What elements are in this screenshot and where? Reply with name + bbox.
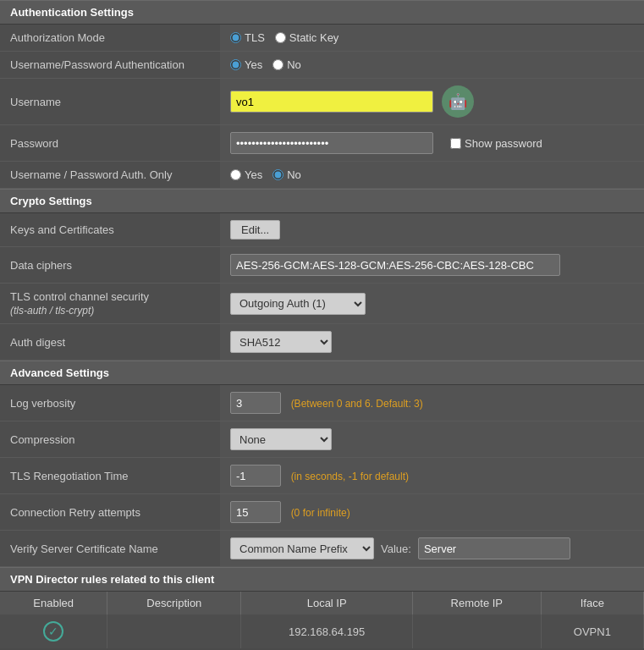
- static-key-radio-item[interactable]: Static Key: [275, 31, 339, 44]
- data-ciphers-input[interactable]: [230, 254, 560, 276]
- tls-reneg-label: TLS Renegotiation Time: [0, 458, 220, 494]
- vpn-director-section: VPN Director rules related to this clien…: [0, 567, 644, 648]
- up-auth-only-label: Username / Password Auth. Only: [0, 162, 220, 189]
- up-auth-no-radio[interactable]: [272, 59, 283, 70]
- retry-attempts-input[interactable]: [230, 501, 281, 523]
- vpn-remote-ip-cell: [412, 614, 541, 648]
- vpn-col-remote-ip: Remote IP: [412, 592, 541, 614]
- tls-control-sub-label: (tls-auth / tls-crypt): [10, 305, 210, 317]
- show-password-checkbox[interactable]: [450, 138, 461, 149]
- log-verbosity-row: Log verbosity (Between 0 and 6. Default:…: [0, 385, 644, 421]
- up-only-yes-label: Yes: [245, 168, 262, 181]
- retry-attempts-hint: (0 for infinite): [291, 507, 350, 519]
- static-key-radio[interactable]: [275, 32, 286, 43]
- data-ciphers-cell: [220, 247, 644, 284]
- up-only-no-radio[interactable]: [272, 169, 283, 180]
- vpn-description-cell: [107, 614, 241, 648]
- robot-icon: 🤖: [442, 85, 474, 118]
- advanced-header: Advanced Settings: [0, 361, 644, 385]
- up-only-yes-item[interactable]: Yes: [230, 168, 262, 181]
- vpn-table-header-row: Enabled Description Local IP Remote IP I…: [0, 592, 644, 614]
- up-only-no-item[interactable]: No: [272, 168, 301, 181]
- authentication-section: Authentication Settings Authorization Mo…: [0, 0, 644, 189]
- up-auth-only-radio-group: Yes No: [230, 168, 634, 181]
- authentication-header: Authentication Settings: [0, 0, 644, 25]
- username-password-auth-value: Yes No: [220, 52, 644, 79]
- log-verbosity-label: Log verbosity: [0, 385, 220, 421]
- up-only-yes-radio[interactable]: [230, 169, 241, 180]
- auth-digest-select[interactable]: SHA512 SHA256 SHA1 MD5: [230, 331, 332, 353]
- username-input[interactable]: [230, 91, 433, 113]
- up-auth-no-item[interactable]: No: [272, 58, 301, 71]
- username-label: Username: [0, 79, 220, 125]
- auth-digest-label: Auth digest: [0, 324, 220, 361]
- auth-digest-row: Auth digest SHA512 SHA256 SHA1 MD5: [0, 324, 644, 361]
- edit-keys-button[interactable]: Edit...: [230, 220, 280, 240]
- data-ciphers-label: Data ciphers: [0, 247, 220, 284]
- password-cell: Show password: [220, 125, 644, 162]
- authorization-mode-row: Authorization Mode TLS Static Key: [0, 25, 644, 52]
- verify-value-input[interactable]: [418, 537, 570, 559]
- tls-control-row: TLS control channel security (tls-auth /…: [0, 284, 644, 324]
- compression-select[interactable]: None LZO LZ4: [230, 428, 332, 450]
- crypto-header: Crypto Settings: [0, 189, 644, 213]
- tls-reneg-hint: (in seconds, -1 for default): [291, 471, 409, 482]
- crypto-title: Crypto Settings: [10, 195, 92, 207]
- vpn-director-header: VPN Director rules related to this clien…: [0, 567, 644, 592]
- tls-reneg-input[interactable]: [230, 465, 281, 487]
- tls-radio[interactable]: [230, 32, 241, 43]
- password-row: Password Show password: [0, 125, 644, 162]
- verify-cert-select[interactable]: Common Name Prefix Common Name None: [230, 537, 374, 559]
- verify-cert-group: Common Name Prefix Common Name None Valu…: [230, 537, 634, 559]
- advanced-table: Log verbosity (Between 0 and 6. Default:…: [0, 385, 644, 567]
- vpn-director-title: VPN Director rules related to this clien…: [10, 573, 214, 586]
- up-auth-yes-item[interactable]: Yes: [230, 58, 262, 71]
- show-password-text: Show password: [465, 137, 542, 150]
- log-verbosity-input[interactable]: [230, 392, 281, 414]
- tls-control-label-stack: TLS control channel security (tls-auth /…: [10, 290, 210, 317]
- enabled-check-icon: ✓: [43, 621, 63, 642]
- tls-radio-item[interactable]: TLS: [230, 31, 265, 44]
- username-password-auth-radio-group: Yes No: [230, 58, 634, 71]
- tls-label: TLS: [245, 31, 265, 44]
- password-input[interactable]: [230, 132, 433, 154]
- up-only-no-label: No: [287, 168, 301, 181]
- static-key-label: Static Key: [289, 31, 339, 44]
- log-verbosity-cell: (Between 0 and 6. Default: 3): [220, 385, 644, 421]
- verify-cert-label: Verify Server Certificate Name: [0, 531, 220, 567]
- vpn-local-ip-cell: 192.168.64.195: [241, 614, 413, 648]
- username-row: Username 🤖: [0, 79, 644, 125]
- show-password-label[interactable]: Show password: [450, 137, 542, 150]
- authorization-mode-value: TLS Static Key: [220, 25, 644, 52]
- verify-cert-cell: Common Name Prefix Common Name None Valu…: [220, 531, 644, 567]
- vpn-col-local-ip: Local IP: [241, 592, 413, 614]
- advanced-title: Advanced Settings: [10, 366, 109, 379]
- data-ciphers-row: Data ciphers: [0, 247, 644, 284]
- crypto-section: Crypto Settings Keys and Certificates Ed…: [0, 189, 644, 361]
- verify-cert-row: Verify Server Certificate Name Common Na…: [0, 531, 644, 567]
- up-auth-only-value: Yes No: [220, 162, 644, 189]
- up-auth-yes-radio[interactable]: [230, 59, 241, 70]
- keys-row: Keys and Certificates Edit...: [0, 213, 644, 247]
- authentication-table: Authorization Mode TLS Static Key: [0, 25, 644, 189]
- tls-control-select[interactable]: Outgoing Auth (1) Outgoing Auth (2) Inco…: [230, 293, 366, 315]
- username-password-auth-label: Username/Password Authentication: [0, 52, 220, 79]
- vpn-director-table: Enabled Description Local IP Remote IP I…: [0, 592, 644, 648]
- log-verbosity-hint: (Between 0 and 6. Default: 3): [291, 398, 423, 410]
- value-label: Value:: [381, 543, 411, 555]
- up-auth-yes-label: Yes: [245, 58, 262, 71]
- retry-attempts-label: Connection Retry attempts: [0, 494, 220, 531]
- tls-control-main-label: TLS control channel security: [10, 290, 210, 303]
- compression-label: Compression: [0, 421, 220, 458]
- up-auth-no-label: No: [287, 58, 301, 71]
- tls-control-cell: Outgoing Auth (1) Outgoing Auth (2) Inco…: [220, 284, 644, 324]
- auth-digest-cell: SHA512 SHA256 SHA1 MD5: [220, 324, 644, 361]
- compression-row: Compression None LZO LZ4: [0, 421, 644, 458]
- retry-attempts-cell: (0 for infinite): [220, 494, 644, 531]
- vpn-iface-cell: OVPN1: [541, 614, 643, 648]
- password-group: Show password: [230, 132, 634, 154]
- vpn-enabled-cell: ✓: [0, 614, 107, 648]
- up-auth-only-row: Username / Password Auth. Only Yes No: [0, 162, 644, 189]
- compression-cell: None LZO LZ4: [220, 421, 644, 458]
- keys-cell: Edit...: [220, 213, 644, 247]
